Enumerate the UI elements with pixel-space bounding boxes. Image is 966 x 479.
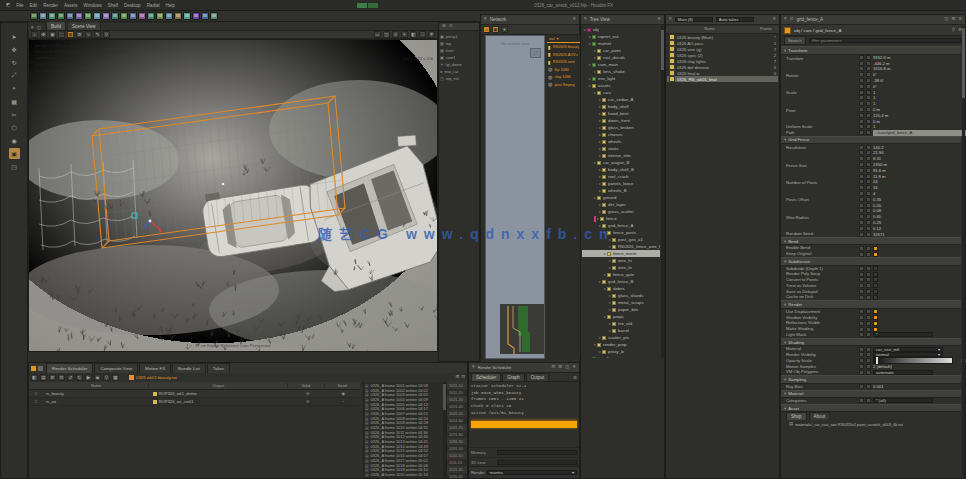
expr-icon[interactable] [866, 203, 871, 208]
box-tool-icon[interactable] [30, 12, 38, 20]
menu-item-help[interactable]: Help [165, 3, 174, 8]
expr-icon[interactable] [866, 226, 871, 231]
param-slider[interactable] [873, 357, 953, 364]
chunk-row[interactable]: 1061-70 [447, 424, 467, 431]
take-row[interactable]: 0326 AO pass1 [667, 40, 778, 46]
expr-icon[interactable] [866, 364, 871, 369]
keyframe-icon[interactable] [859, 370, 864, 375]
keyframe-icon[interactable] [859, 150, 864, 155]
tree-expand-icon[interactable]: ▸ [594, 342, 596, 347]
tree-row[interactable]: ▸lens_shake [582, 68, 660, 75]
params-pin-icon[interactable]: ⊙ [790, 17, 794, 22]
row-send-icon[interactable]: ◉ [326, 391, 361, 396]
bottom-tab-3[interactable]: Bundle List [172, 363, 206, 373]
take-row[interactable]: 0326 clay lights7 [667, 58, 778, 64]
keyframe-icon[interactable] [859, 295, 864, 300]
sched-field-input[interactable] [497, 460, 577, 465]
expr-icon[interactable] [866, 277, 871, 282]
param-value[interactable]: 81.6 m [873, 168, 886, 173]
chunk-row[interactable]: 1101-10 [447, 452, 467, 459]
tree-row[interactable]: ▸glass_broken [582, 124, 660, 131]
tree-expand-icon[interactable]: ▸ [594, 90, 596, 95]
expr-icon[interactable] [866, 208, 871, 213]
current-output-label[interactable]: 0326 wk01 beauty.rat [129, 375, 177, 380]
keyframe-icon[interactable] [859, 220, 864, 225]
take-row[interactable]: 0326 final w0 [667, 70, 778, 76]
param-value[interactable]: 2 (default) [873, 364, 892, 369]
tree-scrollbar[interactable] [661, 26, 664, 358]
tree-expand-icon[interactable]: ▸ [599, 349, 601, 354]
slider-thumb[interactable] [876, 357, 878, 364]
param-subtab-0[interactable]: Shop [786, 412, 807, 420]
param-file-row[interactable]: ▤materials/_car_rust_aov RS0326v2 paint_… [781, 420, 961, 428]
param-section-header[interactable]: ▾Subdivision [781, 257, 961, 266]
keyframe-icon[interactable] [859, 95, 864, 100]
row-send-icon[interactable]: ◔ [326, 399, 361, 404]
param-section-header[interactable]: ▾Shading [781, 338, 961, 347]
checkbox-unchecked[interactable] [873, 277, 878, 282]
param-value[interactable]: 0.25 [873, 220, 881, 225]
vp-tool-left-3[interactable]: ⬚ [58, 31, 65, 38]
params-close-icon[interactable]: ✕ [958, 17, 962, 22]
display-row-2[interactable]: ▦front [440, 47, 478, 54]
rop-item-5[interactable]: ◍post ffmpeg [547, 81, 580, 89]
keyframe-icon[interactable] [859, 119, 864, 124]
camera-tool-icon[interactable] [174, 12, 182, 20]
param-dropdown[interactable]: car_rust_mtl▾ [873, 347, 943, 352]
bl-tool-1[interactable]: ▤ [40, 374, 47, 381]
tree-expand-icon[interactable]: ▸ [599, 111, 601, 116]
tree-expand-icon[interactable]: ▸ [604, 314, 606, 319]
light-tool-icon[interactable] [165, 12, 173, 20]
tree-row[interactable]: ▸roof_crush [582, 173, 660, 180]
keyframe-icon[interactable] [859, 214, 864, 219]
tree-row[interactable]: ▸scatter_pts [582, 334, 660, 341]
expr-icon[interactable] [866, 191, 871, 196]
param-section-header[interactable]: ▾Transform [781, 46, 961, 55]
tree-row[interactable]: ▸glass_shards [582, 292, 660, 299]
tree-row[interactable]: ▸interior_trim [582, 152, 660, 159]
viewport[interactable]: persp1 | 0326_car_wreck_v012Rendered: RS… [28, 39, 438, 352]
search-input[interactable]: filter parameters [809, 38, 962, 43]
checkbox-checked[interactable] [873, 309, 878, 314]
tree-row[interactable]: ▸chassis [582, 131, 660, 138]
keyframe-icon[interactable] [859, 327, 864, 332]
vp-tool-right-6[interactable]: # [428, 31, 435, 38]
keyframe-icon[interactable] [859, 203, 864, 208]
expr-icon[interactable] [866, 252, 871, 257]
tree-expand-icon[interactable]: ▸ [599, 181, 601, 186]
param-value[interactable]: 120.4 m [873, 113, 888, 118]
keyframe-icon[interactable] [859, 55, 864, 60]
expr-icon[interactable] [866, 295, 871, 300]
keyframe-icon[interactable] [859, 358, 864, 363]
tree-expand-icon[interactable]: ▸ [594, 69, 596, 74]
checkbox-checked[interactable] [873, 252, 878, 257]
tree-row[interactable]: ▸props [582, 313, 660, 320]
viewport-tab-1[interactable]: Scene View [67, 21, 101, 30]
expr-icon[interactable] [866, 352, 871, 357]
keyframe-icon[interactable] [859, 168, 864, 173]
tree-row[interactable]: ▸render_prep [582, 341, 660, 348]
vp-tool-right-3[interactable]: ☀ [401, 31, 408, 38]
tree-row[interactable]: ▸fence_posts [582, 229, 660, 236]
param-section-header[interactable]: ▾Asset [781, 404, 961, 413]
paint-tool-icon[interactable] [66, 12, 74, 20]
expr-icon[interactable] [866, 309, 871, 314]
param-value[interactable]: 4 [873, 191, 875, 196]
display-row-4[interactable]: ☀lgt_dome [440, 61, 478, 68]
render-log-list[interactable]: ▤0326_A frame 1001 written 03:58▤0326_A … [363, 382, 443, 478]
checkbox-unchecked[interactable] [873, 266, 878, 271]
sched-gear-icon[interactable]: ⚙ [573, 376, 577, 381]
pin-icon[interactable] [38, 366, 43, 371]
expr-icon[interactable] [866, 214, 871, 219]
param-path-field[interactable]: ../cars/grid_fence_A [873, 130, 966, 136]
vp-tool-right-4[interactable]: ◧ [410, 31, 417, 38]
expr-icon[interactable] [866, 384, 871, 389]
expr-icon[interactable] [866, 107, 871, 112]
tree-expand-icon[interactable]: ▸ [599, 174, 601, 179]
expr-icon[interactable] [866, 162, 871, 167]
tree-expand-icon[interactable]: ▸ [599, 132, 601, 137]
tree-expand-icon[interactable]: ▸ [584, 27, 586, 32]
param-value[interactable]: 0.001 [873, 384, 883, 389]
sched-tab-1[interactable]: Graph [502, 373, 525, 381]
keyframe-icon[interactable] [859, 226, 864, 231]
